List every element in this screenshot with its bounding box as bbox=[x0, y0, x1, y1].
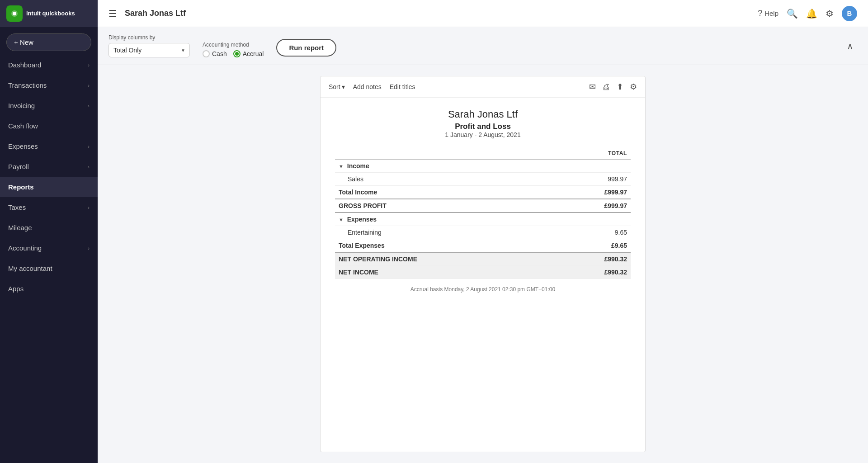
sidebar-item-accounting[interactable]: Accounting › bbox=[0, 238, 98, 258]
top-bar: ☰ Sarah Jonas Ltf ? Help 🔍 🔔 ⚙ B bbox=[98, 0, 868, 27]
sidebar-item-label: Invoicing bbox=[8, 102, 35, 109]
run-report-button[interactable]: Run report bbox=[276, 39, 336, 57]
accounting-method-label: Accounting method bbox=[203, 42, 264, 48]
row-value: 9.65 bbox=[554, 226, 631, 239]
total-expenses-value: £9.65 bbox=[554, 239, 631, 253]
cash-label: Cash bbox=[212, 50, 227, 57]
table-header-total: TOTAL bbox=[554, 147, 631, 160]
section-toggle-icon[interactable]: ▼ bbox=[339, 164, 344, 169]
top-bar-left: ☰ Sarah Jonas Ltf bbox=[108, 8, 186, 19]
sidebar-item-label: Mileage bbox=[8, 224, 32, 232]
sidebar-item-label: Payroll bbox=[8, 163, 29, 170]
search-icon[interactable]: 🔍 bbox=[787, 8, 798, 19]
section-toggle-icon[interactable]: ▼ bbox=[339, 217, 344, 222]
display-columns-select-wrapper[interactable]: Total Only bbox=[108, 43, 190, 57]
cash-radio[interactable]: Cash bbox=[203, 50, 227, 57]
help-icon: ? bbox=[758, 9, 762, 18]
total-expenses-label: Total Expenses bbox=[335, 239, 554, 253]
sidebar-item-transactions[interactable]: Transactions › bbox=[0, 75, 98, 95]
email-icon[interactable]: ✉ bbox=[589, 82, 596, 92]
accounting-method-radios: Cash Accrual bbox=[203, 50, 264, 57]
chevron-icon: › bbox=[88, 246, 90, 251]
accrual-radio-indicator bbox=[233, 50, 241, 57]
display-columns-select[interactable]: Total Only bbox=[108, 43, 190, 57]
table-row: Total Income £999.97 bbox=[335, 186, 631, 199]
sidebar-item-apps[interactable]: Apps bbox=[0, 279, 98, 299]
sidebar-item-label: Taxes bbox=[8, 203, 26, 211]
filter-bar: Display columns by Total Only Accounting… bbox=[98, 27, 868, 65]
svg-point-2 bbox=[13, 12, 16, 15]
sidebar-item-label: Expenses bbox=[8, 142, 38, 150]
gross-profit-value: £999.97 bbox=[554, 199, 631, 213]
gross-profit-label: GROSS PROFIT bbox=[335, 199, 554, 213]
notification-icon[interactable]: 🔔 bbox=[806, 8, 817, 19]
table-header-description bbox=[335, 147, 554, 160]
report-content: Sarah Jonas Ltf Profit and Loss 1 Januar… bbox=[321, 98, 645, 311]
section-label[interactable]: ▼ Income bbox=[335, 160, 554, 173]
display-columns-group: Display columns by Total Only bbox=[108, 34, 190, 57]
table-row: ▼ Expenses bbox=[335, 213, 631, 226]
main-content: ☰ Sarah Jonas Ltf ? Help 🔍 🔔 ⚙ B Display… bbox=[98, 0, 868, 463]
report-footer: Accrual basis Monday, 2 August 2021 02:3… bbox=[335, 279, 631, 296]
sidebar-item-invoicing[interactable]: Invoicing › bbox=[0, 95, 98, 116]
report-toolbar-left: Sort ▾ Add notes Edit titles bbox=[329, 83, 581, 90]
report-period: 1 January - 2 August, 2021 bbox=[335, 131, 631, 138]
row-value: 999.97 bbox=[554, 173, 631, 186]
table-row: Entertaining 9.65 bbox=[335, 226, 631, 239]
settings-icon[interactable]: ⚙ bbox=[826, 8, 834, 19]
avatar[interactable]: B bbox=[842, 6, 857, 21]
row-label: Sales bbox=[335, 173, 554, 186]
net-operating-value: £990.32 bbox=[554, 252, 631, 266]
collapse-button[interactable]: ∧ bbox=[843, 39, 857, 53]
sidebar-item-reports[interactable]: Reports bbox=[0, 177, 98, 197]
table-row: Sales 999.97 bbox=[335, 173, 631, 186]
logo-area: intuit quickbooks bbox=[0, 0, 98, 27]
chevron-icon: › bbox=[88, 103, 90, 109]
chevron-icon: › bbox=[88, 62, 90, 68]
sidebar-item-label: Transactions bbox=[8, 81, 47, 89]
help-button[interactable]: ? Help bbox=[758, 9, 778, 18]
total-label: Total Income bbox=[335, 186, 554, 199]
sort-dropdown-icon: ▾ bbox=[342, 83, 345, 90]
accrual-radio[interactable]: Accrual bbox=[233, 50, 264, 57]
report-table: TOTAL ▼ Income Sales 999 bbox=[335, 147, 631, 279]
report-company-name: Sarah Jonas Ltf bbox=[335, 109, 631, 120]
report-area: Sort ▾ Add notes Edit titles ✉ 🖨 ⬆ ⚙ Sar… bbox=[98, 65, 868, 463]
sidebar-item-label: Apps bbox=[8, 285, 24, 293]
logo-icon bbox=[6, 5, 23, 22]
logo-text: intuit quickbooks bbox=[26, 10, 75, 17]
chevron-icon: › bbox=[88, 144, 90, 149]
sidebar-item-payroll[interactable]: Payroll › bbox=[0, 156, 98, 177]
table-row: Total Expenses £9.65 bbox=[335, 239, 631, 253]
sidebar-item-expenses[interactable]: Expenses › bbox=[0, 136, 98, 156]
table-row: NET OPERATING INCOME £990.32 bbox=[335, 252, 631, 266]
sidebar-item-mileage[interactable]: Mileage bbox=[0, 217, 98, 238]
chevron-icon: › bbox=[88, 83, 90, 88]
total-value: £999.97 bbox=[554, 186, 631, 199]
sidebar-item-label: Cash flow bbox=[8, 122, 38, 130]
sidebar-item-label: Reports bbox=[8, 183, 34, 191]
sidebar: intuit quickbooks + New Dashboard › Tran… bbox=[0, 0, 98, 463]
sidebar-item-label: My accountant bbox=[8, 265, 52, 272]
report-toolbar: Sort ▾ Add notes Edit titles ✉ 🖨 ⬆ ⚙ bbox=[321, 76, 645, 98]
sidebar-item-myaccountant[interactable]: My accountant bbox=[0, 258, 98, 279]
sidebar-item-label: Accounting bbox=[8, 244, 42, 252]
report-settings-icon[interactable]: ⚙ bbox=[630, 82, 637, 92]
hamburger-icon[interactable]: ☰ bbox=[108, 8, 117, 19]
section-label[interactable]: ▼ Expenses bbox=[335, 213, 554, 226]
sidebar-item-cashflow[interactable]: Cash flow bbox=[0, 116, 98, 136]
chevron-icon: › bbox=[88, 164, 90, 170]
sidebar-item-taxes[interactable]: Taxes › bbox=[0, 197, 98, 217]
sidebar-item-label: Dashboard bbox=[8, 61, 41, 69]
report-heading: Profit and Loss bbox=[335, 122, 631, 131]
row-label: Entertaining bbox=[335, 226, 554, 239]
sort-button[interactable]: Sort ▾ bbox=[329, 83, 345, 90]
edit-titles-button[interactable]: Edit titles bbox=[390, 83, 415, 90]
help-label: Help bbox=[764, 9, 778, 17]
new-button[interactable]: + New bbox=[6, 33, 91, 51]
accrual-label: Accrual bbox=[243, 50, 264, 57]
add-notes-button[interactable]: Add notes bbox=[353, 83, 382, 90]
export-icon[interactable]: ⬆ bbox=[617, 82, 623, 92]
sidebar-item-dashboard[interactable]: Dashboard › bbox=[0, 55, 98, 75]
print-icon[interactable]: 🖨 bbox=[602, 82, 610, 92]
